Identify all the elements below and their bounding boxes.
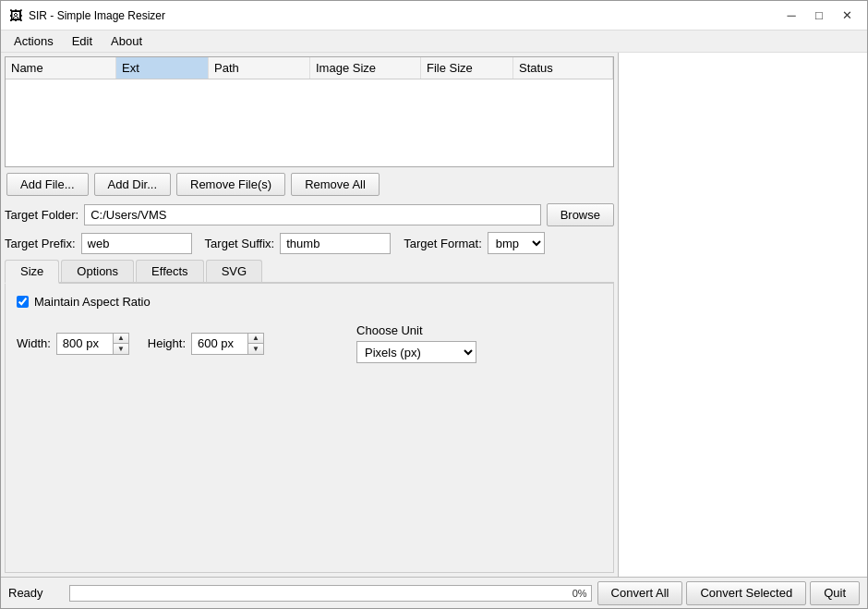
maintain-aspect-ratio-label: Maintain Aspect Ratio	[34, 295, 151, 309]
col-header-status: Status	[513, 57, 613, 79]
width-spinner-buttons: ▲ ▼	[113, 334, 128, 354]
browse-button[interactable]: Browse	[547, 203, 614, 226]
maintain-aspect-ratio-row: Maintain Aspect Ratio	[17, 295, 602, 309]
target-suffix-label: Target Suffix:	[205, 237, 275, 250]
menu-about[interactable]: About	[102, 31, 151, 52]
app-icon: 🖼	[8, 8, 23, 23]
target-prefix-input[interactable]	[81, 233, 192, 254]
title-bar-controls: ─ □ ✕	[778, 6, 860, 26]
remove-all-button[interactable]: Remove All	[291, 173, 380, 196]
close-button[interactable]: ✕	[834, 6, 860, 26]
minimize-button[interactable]: ─	[778, 6, 804, 26]
target-format-label: Target Format:	[404, 237, 482, 250]
tab-size[interactable]: Size	[5, 260, 59, 284]
action-buttons: Convert All Convert Selected Quit	[597, 581, 860, 605]
menu-edit[interactable]: Edit	[63, 31, 102, 52]
col-header-name: Name	[6, 57, 116, 79]
unit-group: Choose Unit Pixels (px) Percent (%) Cent…	[356, 323, 476, 363]
height-spinner-buttons: ▲ ▼	[247, 334, 263, 354]
width-decrement-button[interactable]: ▼	[114, 344, 128, 354]
tab-svg[interactable]: SVG	[206, 260, 262, 282]
col-header-imgsize: Image Size	[310, 57, 421, 79]
progress-percent-text: 0%	[573, 588, 587, 599]
convert-selected-button[interactable]: Convert Selected	[686, 581, 806, 605]
title-bar-text: SIR - Simple Image Resizer	[29, 9, 778, 22]
maximize-button[interactable]: □	[806, 6, 832, 26]
width-field: Width: ▲ ▼	[17, 333, 129, 355]
size-row: Width: ▲ ▼ Height: ▲	[17, 323, 602, 363]
file-list-header: Name Ext Path Image Size File Size Statu…	[6, 57, 613, 79]
main-content: Name Ext Path Image Size File Size Statu…	[1, 53, 867, 577]
width-label: Width:	[17, 336, 51, 350]
progress-bar-container: 0%	[69, 585, 592, 602]
height-decrement-button[interactable]: ▼	[248, 344, 263, 354]
height-field: Height: ▲ ▼	[148, 333, 264, 355]
remove-files-button[interactable]: Remove File(s)	[176, 173, 285, 196]
add-file-button[interactable]: Add File...	[6, 173, 89, 196]
maintain-aspect-ratio-checkbox[interactable]	[17, 296, 29, 308]
left-panel: Name Ext Path Image Size File Size Statu…	[1, 53, 618, 577]
target-format-select[interactable]: bmp jpg png gif tiff webp	[488, 232, 545, 254]
title-bar: 🖼 SIR - Simple Image Resizer ─ □ ✕	[1, 1, 867, 30]
quit-button[interactable]: Quit	[810, 581, 860, 605]
status-ready-text: Ready	[8, 586, 64, 600]
status-bar: Ready 0% Convert All Convert Selected Qu…	[1, 577, 867, 608]
height-spinner: ▲ ▼	[191, 333, 264, 355]
col-header-path: Path	[209, 57, 310, 79]
height-label: Height:	[148, 336, 186, 350]
target-prefix-label: Target Prefix:	[5, 237, 76, 250]
col-header-filesize: File Size	[421, 57, 513, 79]
add-dir-button[interactable]: Add Dir...	[94, 173, 171, 196]
tab-options[interactable]: Options	[61, 260, 134, 282]
tab-content-size: Maintain Aspect Ratio Width: ▲ ▼ Height:	[5, 284, 614, 573]
target-suffix-input[interactable]	[280, 233, 391, 254]
target-folder-label: Target Folder:	[5, 208, 78, 222]
file-list-container: Name Ext Path Image Size File Size Statu…	[5, 56, 614, 167]
unit-select[interactable]: Pixels (px) Percent (%) Centimeters (cm)…	[356, 341, 476, 363]
tabs: Size Options Effects SVG	[5, 260, 614, 284]
right-panel	[618, 53, 867, 577]
width-input[interactable]	[57, 334, 113, 353]
height-input[interactable]	[192, 334, 247, 353]
file-buttons: Add File... Add Dir... Remove File(s) Re…	[5, 173, 614, 196]
convert-all-button[interactable]: Convert All	[597, 581, 683, 605]
prefix-suffix-format-row: Target Prefix: Target Suffix: Target For…	[5, 232, 614, 254]
tab-effects[interactable]: Effects	[136, 260, 204, 282]
target-folder-row: Target Folder: Browse	[5, 203, 614, 226]
width-increment-button[interactable]: ▲	[114, 334, 128, 344]
menu-actions[interactable]: Actions	[5, 31, 63, 52]
height-increment-button[interactable]: ▲	[248, 334, 263, 344]
menu-bar: Actions Edit About	[1, 30, 867, 53]
target-folder-input[interactable]	[84, 204, 540, 225]
width-spinner: ▲ ▼	[56, 333, 129, 355]
col-header-ext: Ext	[116, 57, 209, 79]
choose-unit-label: Choose Unit	[356, 323, 476, 337]
